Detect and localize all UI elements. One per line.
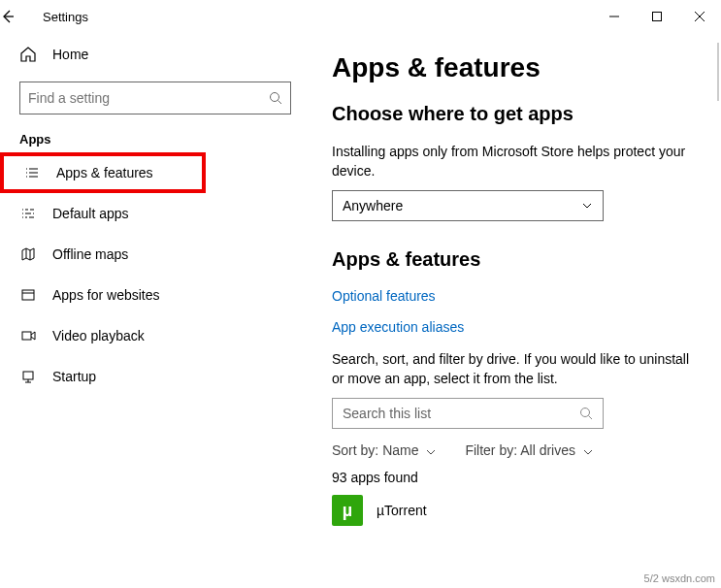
- nav-apps-for-websites[interactable]: Apps for websites: [0, 275, 311, 315]
- nav-label: Apps for websites: [52, 287, 160, 303]
- filter-label: Filter by:: [465, 442, 517, 458]
- filter-by[interactable]: Filter by: All drives: [465, 442, 593, 458]
- svg-rect-26: [22, 332, 31, 340]
- nav-label: Startup: [52, 369, 96, 384]
- section-desc: Installing apps only from Microsoft Stor…: [332, 143, 700, 180]
- svg-point-5: [271, 93, 279, 102]
- list-icon: [23, 165, 41, 180]
- nav-label: Video playback: [52, 328, 145, 343]
- window-title: Settings: [43, 10, 593, 24]
- map-icon: [19, 246, 37, 262]
- nav-apps-features[interactable]: Apps & features: [0, 152, 206, 193]
- group-header: Apps: [0, 126, 311, 152]
- app-icon: µ: [332, 495, 363, 526]
- search-icon: [269, 91, 282, 105]
- svg-rect-27: [23, 372, 33, 379]
- nav-offline-maps[interactable]: Offline maps: [0, 234, 311, 275]
- nav-startup[interactable]: Startup: [0, 356, 311, 397]
- chevron-down-icon: [426, 447, 436, 457]
- svg-line-31: [589, 416, 593, 420]
- apps-count: 93 apps found: [332, 470, 700, 485]
- settings-search-input[interactable]: [28, 90, 269, 106]
- main-pane: Apps & features Choose where to get apps…: [311, 33, 721, 588]
- sort-label: Sort by:: [332, 442, 378, 458]
- sort-by[interactable]: Sort by: Name: [332, 442, 436, 458]
- page-title: Apps & features: [332, 52, 700, 83]
- optional-features-link[interactable]: Optional features: [332, 288, 700, 304]
- settings-search[interactable]: [19, 82, 291, 114]
- svg-rect-2: [653, 13, 662, 21]
- section-apps-features: Apps & features: [332, 248, 700, 271]
- scroll-thumb[interactable]: [717, 43, 719, 101]
- app-source-select[interactable]: Anywhere: [332, 190, 604, 221]
- chevron-down-icon: [583, 447, 593, 457]
- defaults-icon: [19, 206, 37, 221]
- filter-value: All drives: [520, 442, 575, 458]
- app-exec-aliases-link[interactable]: App execution aliases: [332, 319, 700, 335]
- home-label: Home: [52, 47, 88, 62]
- nav-default-apps[interactable]: Default apps: [0, 193, 311, 234]
- svg-line-6: [279, 101, 282, 105]
- scrollbar[interactable]: [715, 33, 721, 588]
- close-button[interactable]: [678, 0, 721, 33]
- sort-value: Name: [382, 442, 418, 458]
- svg-rect-24: [22, 290, 34, 300]
- video-icon: [19, 328, 37, 343]
- date-fragment: 5/2: [644, 572, 659, 584]
- startup-icon: [19, 369, 37, 384]
- app-name: µTorrent: [377, 503, 427, 518]
- select-value: Anywhere: [343, 198, 403, 213]
- sidebar: Home Apps Apps & features Default apps: [0, 33, 311, 588]
- app-list-search[interactable]: Search this list: [332, 398, 604, 429]
- section-choose-apps: Choose where to get apps: [332, 103, 700, 125]
- home-icon: [19, 46, 37, 63]
- minimize-button[interactable]: [593, 0, 636, 33]
- watermark: wsxdn.com: [662, 572, 715, 584]
- nav-label: Apps & features: [56, 165, 153, 180]
- svg-point-30: [581, 408, 590, 417]
- nav-video-playback[interactable]: Video playback: [0, 315, 311, 356]
- app-list-item[interactable]: µ µTorrent: [332, 495, 700, 526]
- app-list-search-placeholder: Search this list: [343, 406, 579, 421]
- back-button[interactable]: [0, 9, 43, 24]
- maximize-button[interactable]: [636, 0, 678, 33]
- search-icon: [579, 407, 593, 420]
- website-apps-icon: [19, 287, 37, 303]
- nav-label: Default apps: [52, 206, 129, 221]
- home-nav[interactable]: Home: [0, 35, 311, 74]
- list-desc: Search, sort, and filter by drive. If yo…: [332, 350, 700, 388]
- nav-label: Offline maps: [52, 246, 128, 262]
- chevron-down-icon: [581, 200, 593, 212]
